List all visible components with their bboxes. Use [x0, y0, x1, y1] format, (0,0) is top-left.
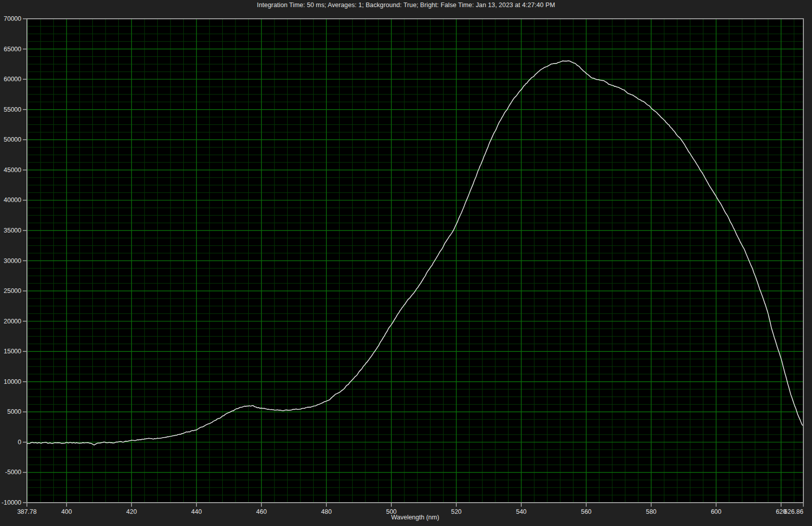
x-tick-label: 520: [451, 508, 462, 515]
y-tick-label: -5000: [5, 469, 21, 476]
x-tick-label: 387.78: [17, 508, 37, 515]
y-tick-label: -10000: [2, 499, 21, 506]
y-tick-label: 45000: [4, 167, 21, 174]
spectrum-plot: 387.784004204404604805005205405605806006…: [0, 0, 812, 526]
y-tick-label: 70000: [4, 15, 21, 22]
y-tick-label: 50000: [4, 136, 21, 143]
y-tick-label: 35000: [4, 227, 21, 234]
y-tick-label: 20000: [4, 318, 21, 325]
x-tick-label: 480: [321, 508, 332, 515]
x-tick-label: 540: [516, 508, 527, 515]
x-tick-label: 400: [61, 508, 72, 515]
y-axis: 7000065000600005500050000450004000035000…: [2, 15, 26, 506]
y-tick-label: 0: [18, 439, 21, 446]
y-tick-label: 30000: [4, 257, 21, 265]
x-tick-label: 440: [191, 508, 202, 515]
y-tick-label: 10000: [4, 378, 21, 385]
x-tick-label: 626.86: [784, 508, 803, 515]
y-tick-label: 25000: [4, 287, 21, 294]
spectrometer-window: Integration Time: 50 ms; Averages: 1; Ba…: [0, 0, 812, 526]
x-tick-label: 600: [711, 508, 722, 515]
y-tick-label: 15000: [4, 348, 21, 355]
x-axis-title: Wavelength (nm): [391, 514, 439, 521]
y-tick-label: 5000: [7, 408, 21, 415]
y-tick-label: 55000: [4, 106, 21, 113]
x-tick-label: 420: [126, 508, 137, 515]
x-tick-label: 460: [256, 508, 267, 515]
x-tick-label: 580: [646, 508, 657, 515]
y-tick-label: 40000: [4, 196, 21, 204]
x-tick-label: 560: [581, 508, 592, 515]
y-tick-label: 65000: [4, 46, 21, 53]
y-tick-label: 60000: [4, 76, 21, 83]
